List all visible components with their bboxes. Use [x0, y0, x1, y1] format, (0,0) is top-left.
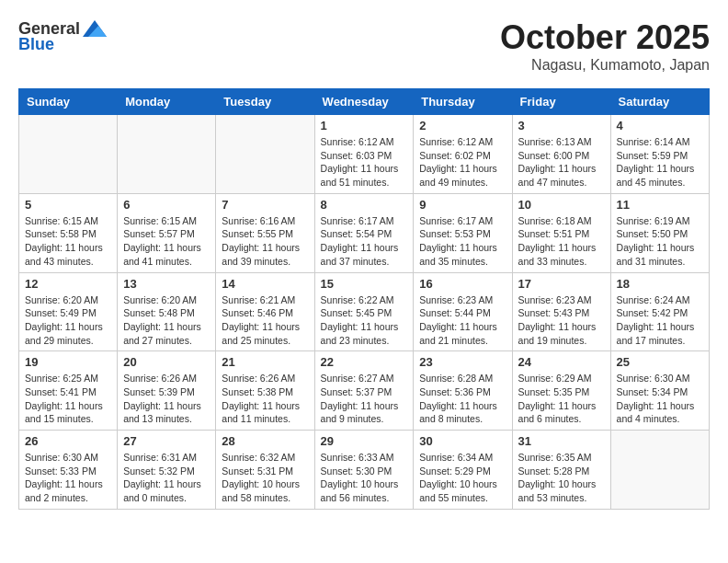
calendar-cell: 10Sunrise: 6:18 AMSunset: 5:51 PMDayligh…	[512, 193, 610, 272]
weekday-header-monday: Monday	[118, 89, 216, 115]
day-info: Sunrise: 6:29 AMSunset: 5:35 PMDaylight:…	[518, 372, 605, 426]
calendar-cell: 19Sunrise: 6:25 AMSunset: 5:41 PMDayligh…	[19, 351, 118, 431]
location-title: Nagasu, Kumamoto, Japan	[500, 57, 710, 74]
calendar-cell: 25Sunrise: 6:30 AMSunset: 5:34 PMDayligh…	[610, 351, 709, 431]
day-info: Sunrise: 6:31 AMSunset: 5:32 PMDaylight:…	[123, 451, 210, 505]
day-info: Sunrise: 6:12 AMSunset: 6:03 PMDaylight:…	[321, 135, 408, 190]
day-number: 24	[518, 355, 605, 369]
day-info: Sunrise: 6:35 AMSunset: 5:28 PMDaylight:…	[518, 451, 605, 505]
day-number: 14	[222, 277, 308, 291]
calendar-cell: 9Sunrise: 6:17 AMSunset: 5:53 PMDaylight…	[414, 193, 512, 272]
day-number: 26	[25, 434, 111, 448]
calendar-cell: 26Sunrise: 6:30 AMSunset: 5:33 PMDayligh…	[19, 431, 118, 510]
day-info: Sunrise: 6:20 AMSunset: 5:48 PMDaylight:…	[123, 293, 210, 348]
weekday-header-row: SundayMondayTuesdayWednesdayThursdayFrid…	[19, 89, 710, 115]
calendar-week-3: 12Sunrise: 6:20 AMSunset: 5:49 PMDayligh…	[19, 272, 710, 351]
calendar-cell: 24Sunrise: 6:29 AMSunset: 5:35 PMDayligh…	[512, 351, 610, 431]
calendar-cell: 29Sunrise: 6:33 AMSunset: 5:30 PMDayligh…	[314, 431, 414, 510]
day-number: 13	[123, 277, 210, 291]
weekday-header-saturday: Saturday	[610, 89, 709, 115]
day-number: 22	[321, 355, 408, 369]
day-info: Sunrise: 6:22 AMSunset: 5:45 PMDaylight:…	[321, 293, 408, 348]
weekday-header-thursday: Thursday	[414, 89, 512, 115]
day-info: Sunrise: 6:34 AMSunset: 5:29 PMDaylight:…	[419, 451, 506, 505]
day-info: Sunrise: 6:14 AMSunset: 5:59 PMDaylight:…	[617, 135, 703, 190]
day-info: Sunrise: 6:23 AMSunset: 5:44 PMDaylight:…	[419, 293, 506, 348]
day-info: Sunrise: 6:23 AMSunset: 5:43 PMDaylight:…	[518, 293, 605, 348]
calendar-cell	[19, 115, 118, 194]
calendar-cell: 14Sunrise: 6:21 AMSunset: 5:46 PMDayligh…	[216, 272, 314, 351]
day-number: 8	[321, 198, 408, 212]
day-number: 5	[25, 198, 111, 212]
day-number: 29	[321, 434, 408, 448]
day-info: Sunrise: 6:13 AMSunset: 6:00 PMDaylight:…	[518, 135, 605, 190]
day-number: 4	[617, 119, 703, 132]
calendar-week-4: 19Sunrise: 6:25 AMSunset: 5:41 PMDayligh…	[19, 351, 710, 431]
day-info: Sunrise: 6:15 AMSunset: 5:57 PMDaylight:…	[123, 214, 210, 269]
day-info: Sunrise: 6:17 AMSunset: 5:54 PMDaylight:…	[321, 214, 408, 269]
title-area: October 2025 Nagasu, Kumamoto, Japan	[500, 18, 710, 74]
day-info: Sunrise: 6:17 AMSunset: 5:53 PMDaylight:…	[419, 214, 506, 269]
day-number: 21	[222, 355, 308, 369]
day-info: Sunrise: 6:15 AMSunset: 5:58 PMDaylight:…	[25, 214, 111, 269]
day-info: Sunrise: 6:28 AMSunset: 5:36 PMDaylight:…	[419, 372, 506, 426]
day-info: Sunrise: 6:18 AMSunset: 5:51 PMDaylight:…	[518, 214, 605, 269]
day-number: 27	[123, 434, 210, 448]
calendar-cell: 22Sunrise: 6:27 AMSunset: 5:37 PMDayligh…	[314, 351, 414, 431]
day-info: Sunrise: 6:24 AMSunset: 5:42 PMDaylight:…	[617, 293, 703, 348]
day-number: 9	[419, 198, 506, 212]
calendar-cell: 27Sunrise: 6:31 AMSunset: 5:32 PMDayligh…	[118, 431, 216, 510]
calendar-cell: 4Sunrise: 6:14 AMSunset: 5:59 PMDaylight…	[610, 115, 709, 194]
month-title: October 2025	[500, 18, 710, 57]
day-info: Sunrise: 6:30 AMSunset: 5:33 PMDaylight:…	[25, 451, 111, 505]
calendar-cell: 31Sunrise: 6:35 AMSunset: 5:28 PMDayligh…	[512, 431, 610, 510]
day-number: 7	[222, 198, 308, 212]
day-number: 18	[617, 277, 703, 291]
calendar-table: SundayMondayTuesdayWednesdayThursdayFrid…	[18, 88, 710, 510]
calendar-cell: 12Sunrise: 6:20 AMSunset: 5:49 PMDayligh…	[19, 272, 118, 351]
calendar-cell: 11Sunrise: 6:19 AMSunset: 5:50 PMDayligh…	[610, 193, 709, 272]
calendar-cell: 16Sunrise: 6:23 AMSunset: 5:44 PMDayligh…	[414, 272, 512, 351]
calendar-week-5: 26Sunrise: 6:30 AMSunset: 5:33 PMDayligh…	[19, 431, 710, 510]
calendar-cell: 8Sunrise: 6:17 AMSunset: 5:54 PMDaylight…	[314, 193, 414, 272]
day-info: Sunrise: 6:26 AMSunset: 5:39 PMDaylight:…	[123, 372, 210, 426]
calendar-week-1: 1Sunrise: 6:12 AMSunset: 6:03 PMDaylight…	[19, 115, 710, 194]
calendar-cell: 20Sunrise: 6:26 AMSunset: 5:39 PMDayligh…	[118, 351, 216, 431]
calendar-cell	[118, 115, 216, 194]
weekday-header-sunday: Sunday	[19, 89, 118, 115]
day-number: 28	[222, 434, 308, 448]
calendar-cell: 7Sunrise: 6:16 AMSunset: 5:55 PMDaylight…	[216, 193, 314, 272]
calendar-cell: 17Sunrise: 6:23 AMSunset: 5:43 PMDayligh…	[512, 272, 610, 351]
day-number: 6	[123, 198, 210, 212]
calendar-cell: 23Sunrise: 6:28 AMSunset: 5:36 PMDayligh…	[414, 351, 512, 431]
day-number: 11	[617, 198, 703, 212]
day-number: 15	[321, 277, 408, 291]
calendar-cell	[216, 115, 314, 194]
calendar-cell: 13Sunrise: 6:20 AMSunset: 5:48 PMDayligh…	[118, 272, 216, 351]
calendar-cell: 3Sunrise: 6:13 AMSunset: 6:00 PMDaylight…	[512, 115, 610, 194]
calendar-week-2: 5Sunrise: 6:15 AMSunset: 5:58 PMDaylight…	[19, 193, 710, 272]
day-info: Sunrise: 6:30 AMSunset: 5:34 PMDaylight:…	[617, 372, 703, 426]
day-number: 1	[321, 119, 408, 132]
weekday-header-tuesday: Tuesday	[216, 89, 314, 115]
weekday-header-wednesday: Wednesday	[314, 89, 414, 115]
day-number: 3	[518, 119, 605, 132]
day-number: 19	[25, 355, 111, 369]
calendar-cell: 18Sunrise: 6:24 AMSunset: 5:42 PMDayligh…	[610, 272, 709, 351]
weekday-header-friday: Friday	[512, 89, 610, 115]
logo-icon	[83, 18, 107, 39]
day-info: Sunrise: 6:12 AMSunset: 6:02 PMDaylight:…	[419, 135, 506, 190]
day-info: Sunrise: 6:20 AMSunset: 5:49 PMDaylight:…	[25, 293, 111, 348]
day-number: 31	[518, 434, 605, 448]
day-number: 2	[419, 119, 506, 132]
logo: General Blue	[18, 18, 107, 54]
day-info: Sunrise: 6:16 AMSunset: 5:55 PMDaylight:…	[222, 214, 308, 269]
day-number: 17	[518, 277, 605, 291]
calendar-cell: 6Sunrise: 6:15 AMSunset: 5:57 PMDaylight…	[118, 193, 216, 272]
day-info: Sunrise: 6:26 AMSunset: 5:38 PMDaylight:…	[222, 372, 308, 426]
day-info: Sunrise: 6:19 AMSunset: 5:50 PMDaylight:…	[617, 214, 703, 269]
calendar-cell: 15Sunrise: 6:22 AMSunset: 5:45 PMDayligh…	[314, 272, 414, 351]
day-info: Sunrise: 6:27 AMSunset: 5:37 PMDaylight:…	[321, 372, 408, 426]
day-number: 30	[419, 434, 506, 448]
day-number: 23	[419, 355, 506, 369]
